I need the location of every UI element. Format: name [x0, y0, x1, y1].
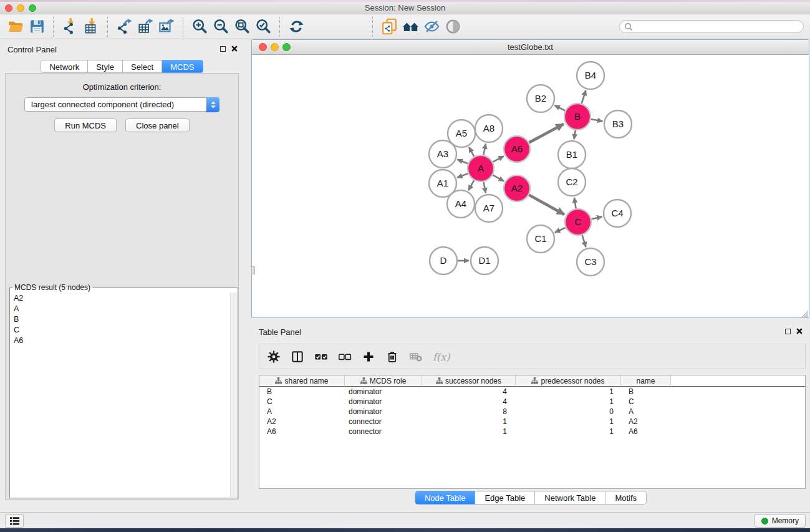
column-header-mcds-role[interactable]: MCDS role: [345, 375, 422, 387]
graph-edge-B-B2[interactable]: [554, 105, 565, 110]
tab-mcds[interactable]: MCDS: [162, 60, 203, 73]
graph-edge-A-A8[interactable]: [483, 144, 486, 155]
export-network-button[interactable]: [113, 16, 135, 37]
graph-edge-A2-C[interactable]: [529, 195, 564, 215]
table-row[interactable]: Adominator80A: [259, 407, 805, 417]
table-row[interactable]: A2connector11A2: [259, 417, 805, 427]
tab-edge-table[interactable]: Edge Table: [475, 491, 535, 505]
float-panel-icon[interactable]: [220, 46, 226, 52]
close-table-panel-icon[interactable]: [796, 328, 803, 334]
clone-network-button[interactable]: [378, 16, 400, 37]
graph-edge-A-A1[interactable]: [457, 173, 468, 178]
table-cell[interactable]: C: [259, 397, 345, 407]
tab-style[interactable]: Style: [88, 60, 123, 73]
table-cell[interactable]: connector: [345, 427, 422, 437]
table-cell[interactable]: A2: [259, 417, 345, 427]
home-button[interactable]: [400, 16, 421, 37]
table-cell[interactable]: C: [621, 397, 671, 407]
refresh-button[interactable]: [286, 16, 307, 37]
delete-row-button[interactable]: [385, 350, 399, 364]
column-header-shared-name[interactable]: shared name: [259, 375, 345, 387]
graph-node-A6[interactable]: A6: [504, 136, 530, 162]
graph-edge-C-C2[interactable]: [574, 198, 576, 209]
save-session-button[interactable]: [26, 16, 47, 37]
graph-edge-B-B3[interactable]: [591, 119, 603, 122]
table-cell[interactable]: 0: [516, 407, 621, 417]
network-window-titlebar[interactable]: testGlobe.txt: [252, 40, 809, 55]
mcds-result-list[interactable]: A2ABCA6: [10, 293, 229, 498]
graph-edge-A-A7[interactable]: [483, 182, 486, 193]
tab-select[interactable]: Select: [123, 60, 162, 73]
graph-node-D[interactable]: D: [430, 247, 457, 274]
open-session-button[interactable]: [5, 16, 26, 37]
column-header-predecessor-nodes[interactable]: predecessor nodes: [516, 375, 621, 387]
memory-button[interactable]: Memory: [755, 514, 806, 528]
search-input[interactable]: [633, 21, 803, 32]
graph-node-A[interactable]: A: [468, 155, 494, 181]
tab-network-table[interactable]: Network Table: [535, 491, 605, 505]
graph-edge-B-B4[interactable]: [582, 90, 586, 104]
table-cell[interactable]: 1: [422, 427, 516, 437]
graph-edge-C-C3[interactable]: [582, 235, 586, 247]
float-table-panel-icon[interactable]: [785, 329, 791, 334]
graph-node-C[interactable]: C: [565, 209, 591, 235]
graph-node-B2[interactable]: B2: [527, 85, 554, 112]
graph-edge-A-A2[interactable]: [493, 175, 504, 181]
settings-gear-button[interactable]: [267, 350, 281, 364]
table-cell[interactable]: A: [621, 407, 671, 417]
node-table[interactable]: shared nameMCDS rolesuccessor nodesprede…: [259, 375, 806, 489]
graph-node-B4[interactable]: B4: [577, 62, 604, 89]
function-builder-button[interactable]: f(x): [433, 350, 451, 364]
graph-node-B1[interactable]: B1: [558, 141, 586, 168]
table-row[interactable]: A6connector11A6: [259, 427, 805, 437]
graph-edge-B-B1[interactable]: [574, 130, 576, 140]
result-list-scrollbar[interactable]: [230, 293, 237, 497]
table-cell[interactable]: dominator: [345, 407, 422, 417]
table-cell[interactable]: 8: [422, 407, 516, 417]
graph-node-C1[interactable]: C1: [527, 225, 554, 253]
graph-edge-A-A3[interactable]: [457, 160, 468, 163]
hide-graphics-details-button[interactable]: [421, 16, 442, 37]
import-table-button[interactable]: [80, 16, 102, 37]
graph-node-C2[interactable]: C2: [558, 168, 586, 196]
zoom-out-button[interactable]: [210, 16, 231, 37]
optimization-criterion-select[interactable]: largest connected component (directed): [24, 97, 219, 112]
select-all-button[interactable]: [314, 350, 328, 364]
search-field[interactable]: [619, 20, 804, 33]
import-network-button[interactable]: [59, 16, 80, 37]
table-cell[interactable]: dominator: [345, 387, 422, 397]
table-cell[interactable]: B: [621, 387, 671, 397]
graph-node-A2[interactable]: A2: [504, 175, 530, 201]
graph-node-A4[interactable]: A4: [447, 190, 475, 218]
zoom-in-button[interactable]: [189, 16, 210, 37]
table-cell[interactable]: 1: [516, 427, 621, 437]
graph-node-C3[interactable]: C3: [577, 248, 604, 276]
tab-network[interactable]: Network: [41, 60, 88, 73]
deselect-all-button[interactable]: [338, 350, 352, 364]
graph-node-B3[interactable]: B3: [604, 110, 632, 138]
network-view-canvas[interactable]: B4B2BB3A5A8A6A3B1AC2A1A2A4A7C4CC1C3DD1: [252, 56, 809, 317]
show-graphics-details-button[interactable]: [442, 16, 463, 37]
network-window[interactable]: testGlobe.txt B4B2BB3A5A8A6A3B1AC2A1A2A4…: [251, 39, 809, 318]
graph-node-D1[interactable]: D1: [471, 247, 498, 274]
zoom-selected-button[interactable]: [253, 16, 274, 37]
mcds-result-item[interactable]: A: [10, 304, 229, 314]
column-header-successor-nodes[interactable]: successor nodes: [422, 375, 516, 387]
table-row[interactable]: Cdominator41C: [259, 397, 805, 407]
graph-edge-A-A6[interactable]: [493, 156, 503, 162]
graph-node-A7[interactable]: A7: [475, 195, 503, 222]
table-cell[interactable]: A2: [621, 417, 671, 427]
tab-motifs[interactable]: Motifs: [605, 491, 647, 505]
table-cell[interactable]: A6: [621, 427, 671, 437]
delete-table-button[interactable]: [409, 350, 423, 364]
splitter-grip[interactable]: [251, 266, 255, 274]
graph-node-C4[interactable]: C4: [604, 200, 631, 227]
table-cell[interactable]: 4: [422, 387, 516, 397]
mcds-result-item[interactable]: B: [10, 314, 229, 325]
graph-node-A8[interactable]: A8: [475, 115, 503, 142]
column-header-name[interactable]: name: [621, 375, 671, 387]
graph-edge-C-C4[interactable]: [592, 216, 602, 219]
show-panels-button[interactable]: [5, 514, 24, 528]
table-cell[interactable]: B: [259, 387, 345, 397]
window-resize-grip[interactable]: [800, 309, 808, 317]
